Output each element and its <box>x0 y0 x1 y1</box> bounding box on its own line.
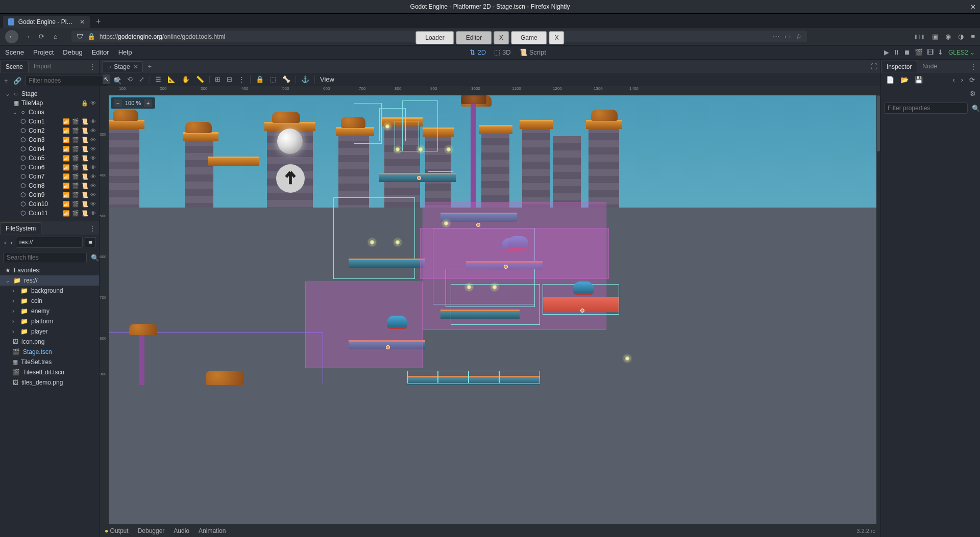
tree-row[interactable]: ⬡Coin7📶🎬📜👁 <box>0 172 99 181</box>
visibility-icon[interactable]: 👁 <box>90 146 96 152</box>
signal-icon[interactable]: 📶 <box>63 183 70 189</box>
filter-nodes-input[interactable] <box>26 75 109 86</box>
handle-icon[interactable] <box>580 309 584 313</box>
tree-row[interactable]: ⬡Coin2📶🎬📜👁 <box>0 126 99 135</box>
signal-icon[interactable]: 📶 <box>63 137 70 143</box>
folder-row[interactable]: ›📁enemy <box>0 306 99 316</box>
snap-toggle[interactable]: ⊞ <box>214 74 222 84</box>
visibility-icon[interactable]: 👁 <box>90 183 96 189</box>
file-row[interactable]: ▦TileSet.tres <box>0 357 99 367</box>
script-icon[interactable]: 📜 <box>81 173 88 180</box>
add-scene-button[interactable]: + <box>146 63 154 70</box>
editor-tab[interactable]: Editor <box>456 31 492 44</box>
player-light-icon[interactable] <box>277 129 303 154</box>
snap-options[interactable]: ⋮ <box>237 74 246 84</box>
new-resource-button[interactable]: 📄 <box>885 75 895 85</box>
tree-row[interactable]: ⌄ ○ Coins <box>0 108 99 117</box>
play-button[interactable]: ▶ <box>884 48 889 56</box>
scene-instance-icon[interactable]: 🎬 <box>72 210 79 217</box>
canvas-viewport[interactable]: 300 400 500 600 700 800 900 100 200 300 … <box>100 86 880 524</box>
list-tool[interactable]: ☰ <box>154 74 162 84</box>
menu-help[interactable]: Help <box>118 48 132 56</box>
scene-tree[interactable]: ⌄ ○ Stage ▦ TileMap 🔒👁 ⌄ ○ Coins ⬡Coin1📶… <box>0 88 99 221</box>
history-back-button[interactable]: ‹ <box>951 75 955 85</box>
file-row[interactable]: 🎬TilesetEdit.tscn <box>0 367 99 377</box>
visibility-icon[interactable]: 👁 <box>90 201 96 208</box>
panel-menu-icon[interactable]: ⋮ <box>86 63 99 70</box>
animation-tab[interactable]: Animation <box>199 527 226 534</box>
signal-icon[interactable]: 📶 <box>63 164 70 171</box>
player-spawn-icon[interactable] <box>276 164 305 193</box>
signal-icon[interactable]: 📶 <box>63 192 70 198</box>
group-button[interactable]: ⬚ <box>269 74 277 84</box>
script-icon[interactable]: 📜 <box>81 164 88 171</box>
inspector-tab[interactable]: Inspector <box>881 61 917 72</box>
folder-row[interactable]: ⌄📁res:// <box>0 275 99 286</box>
script-icon[interactable]: 📜 <box>81 155 88 162</box>
tree-row[interactable]: ⬡Coin10📶🎬📜👁 <box>0 199 99 209</box>
folder-row[interactable]: ›📁player <box>0 326 99 337</box>
handle-icon[interactable] <box>476 223 480 227</box>
visibility-icon[interactable]: 👁 <box>90 127 96 134</box>
visibility-icon[interactable]: 👁 <box>90 164 96 171</box>
handle-icon[interactable] <box>386 345 390 349</box>
tree-row[interactable]: ⬡Coin8📶🎬📜👁 <box>0 181 99 190</box>
script-icon[interactable]: 📜 <box>81 210 88 217</box>
rotate-tool[interactable]: ⟲ <box>126 74 134 84</box>
play-scene-button[interactable]: 🎬 <box>915 48 923 56</box>
select-tool[interactable]: ↖ <box>103 74 110 84</box>
scene-instance-icon[interactable]: 🎬 <box>72 192 79 198</box>
scene-tab[interactable]: Scene <box>0 61 29 72</box>
menu-scene[interactable]: Scene <box>5 48 24 56</box>
tree-row[interactable]: ⬡Coin3📶🎬📜👁 <box>0 135 99 144</box>
scene-instance-icon[interactable]: 🎬 <box>72 164 79 171</box>
scene-instance-icon[interactable]: 🎬 <box>72 146 79 152</box>
collapse-icon[interactable]: ⌄ <box>12 109 17 116</box>
scrollbar-vertical[interactable] <box>876 95 880 524</box>
home-button[interactable]: ⌂ <box>50 31 61 42</box>
tree-row[interactable]: ⌄ ○ Stage <box>0 89 99 98</box>
file-row[interactable]: 🎬Stage.tscn <box>0 347 99 357</box>
script-icon[interactable]: 📜 <box>81 118 88 125</box>
script-icon[interactable]: 📜 <box>81 146 88 152</box>
signal-icon[interactable]: 📶 <box>63 127 70 134</box>
signal-icon[interactable]: 📶 <box>63 146 70 152</box>
script-icon[interactable]: 📜 <box>81 183 88 189</box>
coin-sprite[interactable] <box>395 239 401 245</box>
export-button[interactable]: ⬇ <box>938 48 943 56</box>
search-icon[interactable]: 🔍 <box>971 104 980 113</box>
load-resource-button[interactable]: 📂 <box>899 75 910 85</box>
script-icon[interactable]: 📜 <box>81 201 88 208</box>
mode-2d-button[interactable]: ⇅2D <box>470 48 486 56</box>
anchor-button[interactable]: ⚓ <box>300 74 310 84</box>
close-game-button[interactable]: X <box>549 31 565 44</box>
visibility-icon[interactable]: 👁 <box>90 137 96 143</box>
coin-sprite[interactable] <box>395 146 401 152</box>
distraction-free-button[interactable]: ⛶ <box>871 63 877 70</box>
library-icon[interactable]: ⫿⫿⫿ <box>914 33 925 40</box>
measure-tool[interactable]: 📏 <box>195 74 205 84</box>
visibility-icon[interactable]: 👁 <box>90 118 96 125</box>
smart-snap-toggle[interactable]: ⊟ <box>226 74 233 84</box>
coin-sprite[interactable] <box>443 220 449 226</box>
panel-menu-icon[interactable]: ⋮ <box>967 63 980 70</box>
handle-icon[interactable] <box>504 265 508 269</box>
favorites-row[interactable]: ★Favorites: <box>0 265 99 275</box>
account-icon[interactable]: ◉ <box>945 33 951 40</box>
canvas[interactable]: − 100 % + <box>109 95 880 524</box>
add-node-button[interactable]: + <box>3 76 9 86</box>
filter-properties-input[interactable] <box>884 103 968 114</box>
signal-icon[interactable]: 📶 <box>63 201 70 208</box>
renderer-select[interactable]: GLES2 ⌄ <box>948 49 975 56</box>
lock-button[interactable]: 🔒 <box>255 74 265 84</box>
zoom-in-button[interactable]: + <box>144 99 152 107</box>
visibility-icon[interactable]: 👁 <box>90 210 96 217</box>
coin-sprite[interactable] <box>492 284 498 290</box>
stop-button[interactable]: ⏹ <box>904 48 911 56</box>
signal-icon[interactable]: 📶 <box>63 173 70 180</box>
debugger-tab[interactable]: Debugger <box>138 527 165 534</box>
history-forward-button[interactable]: › <box>960 75 964 85</box>
collapse-icon[interactable]: ⌄ <box>5 90 10 97</box>
coin-sprite[interactable] <box>418 146 424 152</box>
mode-script-button[interactable]: 📜Script <box>519 48 546 56</box>
